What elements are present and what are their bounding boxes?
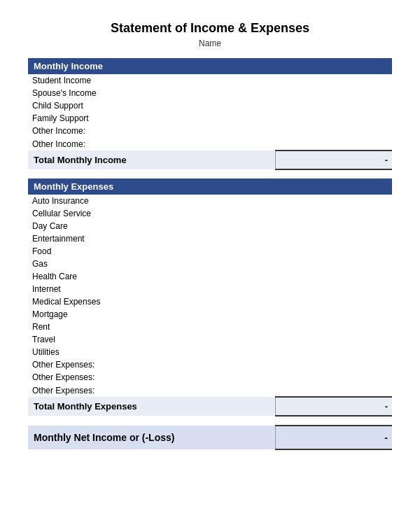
income-row-label: Spouse's Income [28, 87, 276, 99]
expense-row-label: Other Expenses: [28, 358, 276, 371]
income-row-label: Student Income [28, 74, 276, 87]
expense-row: Gas [28, 258, 392, 270]
expense-row-value[interactable] [276, 258, 392, 270]
expense-row-label: Rent [28, 321, 276, 333]
income-row: Family Support [28, 112, 392, 125]
expense-row-label: Entertainment [28, 232, 276, 245]
expense-row-value[interactable] [276, 346, 392, 358]
income-row-value[interactable] [276, 74, 392, 87]
expense-row-value[interactable] [276, 358, 392, 371]
expense-row-label: Mortgage [28, 308, 276, 321]
expense-row-label: Other Expenses: [28, 371, 276, 384]
income-row-value[interactable] [276, 137, 392, 150]
expense-row-label: Day Care [28, 220, 276, 232]
expense-row: Food [28, 245, 392, 258]
income-section-header: Monthly Income [28, 58, 392, 74]
expense-row: Medical Expenses [28, 295, 392, 308]
expense-row-label: Other Expenses: [28, 384, 276, 397]
net-income-label: Monthly Net Income or (-Loss) [28, 426, 276, 449]
income-row-value[interactable] [276, 125, 392, 137]
expense-row-value[interactable] [276, 270, 392, 283]
expense-row: Mortgage [28, 308, 392, 321]
expense-row: Cellular Service [28, 207, 392, 220]
expense-row-value[interactable] [276, 232, 392, 245]
expense-row-label: Medical Expenses [28, 295, 276, 308]
income-row-label: Family Support [28, 112, 276, 125]
expense-row: Health Care [28, 270, 392, 283]
expense-row-value[interactable] [276, 207, 392, 220]
expense-row: Internet [28, 283, 392, 295]
page-subtitle: Name [28, 38, 392, 48]
page-title: Statement of Income & Expenses [28, 21, 392, 36]
expenses-section-header: Monthly Expenses [28, 178, 392, 195]
expense-row-value[interactable] [276, 321, 392, 333]
income-row-label: Other Income: [28, 125, 276, 137]
expense-row-label: Gas [28, 258, 276, 270]
income-row: Child Support [28, 99, 392, 112]
income-row: Other Income: [28, 125, 392, 137]
expense-row-label: Food [28, 245, 276, 258]
expense-row-value[interactable] [276, 333, 392, 346]
expense-row-value[interactable] [276, 283, 392, 295]
expense-row-value[interactable] [276, 195, 392, 207]
total-income-label: Total Monthly Income [28, 150, 276, 169]
expense-row-value[interactable] [276, 384, 392, 397]
expense-row-value[interactable] [276, 245, 392, 258]
income-row-label: Child Support [28, 99, 276, 112]
income-row: Student Income [28, 74, 392, 87]
expense-row-label: Cellular Service [28, 207, 276, 220]
income-row-label: Other Income: [28, 137, 276, 150]
expense-row-label: Travel [28, 333, 276, 346]
expense-row: Auto Insurance [28, 195, 392, 207]
income-row: Other Income: [28, 137, 392, 150]
income-row-value[interactable] [276, 99, 392, 112]
total-income-value: - [276, 150, 392, 169]
expense-row: Day Care [28, 220, 392, 232]
net-income-value: - [276, 426, 392, 449]
expense-row-value[interactable] [276, 371, 392, 384]
expense-row-value[interactable] [276, 308, 392, 321]
expense-row: Rent [28, 321, 392, 333]
income-row-value[interactable] [276, 87, 392, 99]
expense-row: Travel [28, 333, 392, 346]
expense-row: Other Expenses: [28, 384, 392, 397]
expense-row-label: Health Care [28, 270, 276, 283]
expense-row: Utilities [28, 346, 392, 358]
expense-row-label: Internet [28, 283, 276, 295]
expense-row-label: Auto Insurance [28, 195, 276, 207]
expense-row-value[interactable] [276, 295, 392, 308]
expense-row-label: Utilities [28, 346, 276, 358]
income-row: Spouse's Income [28, 87, 392, 99]
expense-row: Other Expenses: [28, 358, 392, 371]
income-row-value[interactable] [276, 112, 392, 125]
expense-row: Entertainment [28, 232, 392, 245]
expense-row-value[interactable] [276, 220, 392, 232]
total-expenses-value: - [276, 397, 392, 416]
expense-row: Other Expenses: [28, 371, 392, 384]
total-expenses-label: Total Monthly Expenses [28, 397, 276, 416]
